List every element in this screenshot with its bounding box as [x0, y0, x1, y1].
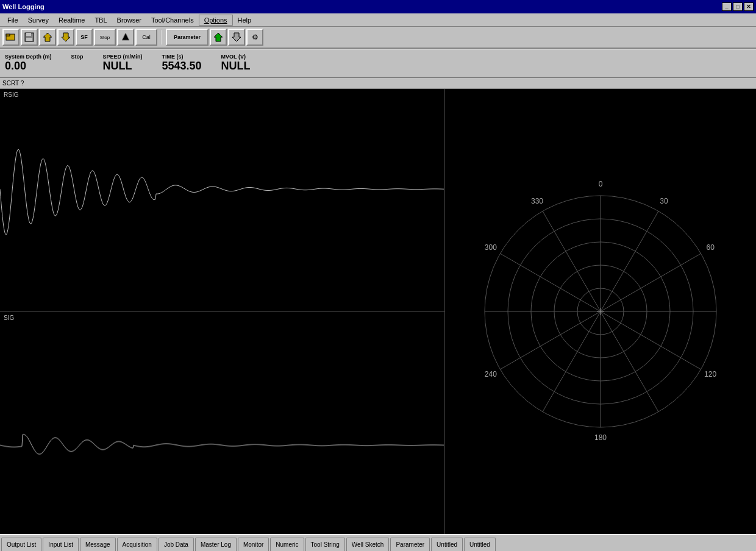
menu-tbl[interactable]: TBL	[90, 15, 112, 25]
rsig-label: RSIG	[4, 91, 18, 98]
tab-acquisition[interactable]: Acquisition	[117, 538, 157, 551]
toolbar-extra1-btn[interactable]	[228, 29, 245, 46]
status-time-label: TIME (s)	[162, 54, 202, 60]
tab-parameter[interactable]: Parameter	[390, 538, 430, 551]
minimize-button[interactable]: _	[722, 2, 732, 11]
svg-marker-9	[232, 33, 241, 41]
tab-untitled-2[interactable]: Untitled	[464, 538, 496, 551]
status-speed: SPEED (m/Min) NULL	[103, 54, 143, 73]
rsig-canvas	[0, 89, 444, 311]
right-panel	[445, 89, 756, 534]
svg-marker-5	[43, 33, 52, 41]
status-time: TIME (s) 5543.50	[162, 54, 202, 73]
svg-rect-4	[26, 38, 32, 41]
status-stop: Stop	[71, 54, 84, 73]
toolbar-arrow-btn[interactable]	[117, 29, 134, 46]
title-buttons: _ □ ✕	[722, 2, 754, 11]
status-speed-value: NULL	[103, 60, 143, 73]
tab-well-sketch[interactable]: Well Sketch	[346, 538, 390, 551]
rsig-panel: RSIG	[0, 89, 444, 312]
toolbar-parameter-btn[interactable]: Parameter	[166, 29, 209, 46]
tab-bar: Output List Input List Message Acquisiti…	[0, 534, 756, 551]
sig-label: SIG	[4, 315, 14, 321]
status-mvol-label: MVOL (V)	[221, 54, 251, 60]
svg-rect-1	[6, 34, 10, 36]
toolbar-sf-btn[interactable]: SF	[76, 29, 93, 46]
menu-survey[interactable]: Survey	[23, 15, 54, 25]
toolbar-sep	[161, 30, 162, 44]
status-depth-value: 0.00	[5, 60, 52, 73]
toolbar-cal-btn[interactable]: Cal	[135, 29, 157, 46]
scroller-label: SCRT ?	[0, 78, 756, 89]
svg-marker-6	[62, 33, 70, 41]
tab-tool-string[interactable]: Tool String	[305, 538, 345, 551]
toolbar-home-btn[interactable]	[39, 29, 56, 46]
toolbar-save-btn[interactable]	[21, 29, 38, 46]
menu-browser[interactable]: Browser	[112, 15, 146, 25]
status-depth-label: System Depth (m)	[5, 54, 52, 60]
main-content: RSIG SIG	[0, 89, 756, 534]
svg-marker-8	[214, 33, 223, 41]
tab-master-log[interactable]: Master Log	[195, 538, 237, 551]
status-time-value: 5543.50	[162, 60, 202, 73]
menu-options[interactable]: Options	[199, 15, 233, 26]
sig-panel: SIG	[0, 312, 444, 535]
sig-canvas	[0, 312, 444, 535]
tab-monitor[interactable]: Monitor	[238, 538, 269, 551]
toolbar-down-btn[interactable]	[57, 29, 74, 46]
toolbar-extra2-btn[interactable]: ⚙	[246, 29, 263, 46]
menu-help[interactable]: Help	[233, 15, 257, 25]
status-speed-label: SPEED (m/Min)	[103, 54, 143, 60]
close-button[interactable]: ✕	[744, 2, 754, 11]
svg-rect-3	[26, 33, 31, 36]
status-mvol-value: NULL	[221, 60, 251, 73]
toolbar-run-btn[interactable]	[210, 29, 227, 46]
menu-realtime[interactable]: Realtime	[54, 15, 90, 25]
tab-output-list[interactable]: Output List	[1, 538, 41, 551]
tab-job-data[interactable]: Job Data	[159, 538, 194, 551]
tab-numeric[interactable]: Numeric	[270, 538, 304, 551]
polar-chart	[466, 177, 735, 446]
menu-bar: File Survey Realtime TBL Browser Tool/Ch…	[0, 13, 756, 27]
maximize-button[interactable]: □	[733, 2, 743, 11]
left-panel: RSIG SIG	[0, 89, 445, 534]
status-stop-value	[71, 60, 84, 73]
status-stop-label: Stop	[71, 54, 84, 60]
tab-message[interactable]: Message	[80, 538, 116, 551]
status-mvol: MVOL (V) NULL	[221, 54, 251, 73]
status-depth: System Depth (m) 0.00	[5, 54, 52, 73]
title-bar: Well Logging _ □ ✕	[0, 0, 756, 13]
polar-canvas	[466, 177, 735, 446]
scroller-text: SCRT ?	[2, 80, 24, 87]
toolbar: SF Stop Cal Parameter ⚙	[0, 27, 756, 49]
menu-file[interactable]: File	[2, 15, 23, 25]
toolbar-stop-btn[interactable]: Stop	[94, 29, 116, 46]
status-bar: System Depth (m) 0.00 Stop SPEED (m/Min)…	[0, 49, 756, 78]
svg-marker-7	[122, 33, 129, 40]
tab-untitled-1[interactable]: Untitled	[431, 538, 463, 551]
window-title: Well Logging	[2, 3, 45, 10]
tab-input-list[interactable]: Input List	[43, 538, 79, 551]
menu-tool-channels[interactable]: Tool/Channels	[146, 15, 199, 25]
toolbar-open-btn[interactable]	[2, 29, 20, 46]
